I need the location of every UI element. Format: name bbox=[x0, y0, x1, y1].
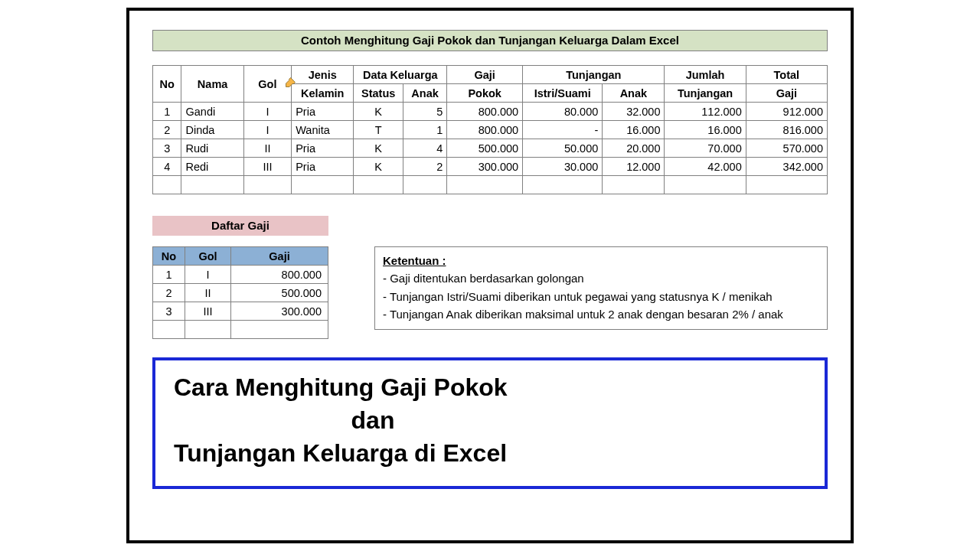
col-total-gaji: Gaji bbox=[746, 84, 827, 103]
table-row-empty bbox=[153, 176, 828, 194]
cell[interactable]: 500.000 bbox=[231, 284, 328, 302]
cell[interactable]: Wanita bbox=[292, 121, 354, 139]
cell[interactable]: 12.000 bbox=[603, 158, 665, 176]
col-total: Total bbox=[746, 66, 827, 84]
lookup-title: Daftar Gaji bbox=[152, 216, 328, 236]
cell[interactable] bbox=[665, 176, 746, 194]
cell[interactable]: 70.000 bbox=[665, 139, 746, 158]
cell[interactable] bbox=[403, 176, 446, 194]
col-gaji: Gaji bbox=[231, 247, 328, 266]
cell[interactable]: - bbox=[523, 121, 603, 139]
cell[interactable]: II bbox=[243, 139, 291, 158]
cell[interactable]: K bbox=[354, 103, 403, 121]
cell[interactable]: I bbox=[243, 103, 291, 121]
col-pokok: Pokok bbox=[447, 84, 523, 103]
cell[interactable]: 800.000 bbox=[447, 121, 523, 139]
cell[interactable]: Rudi bbox=[181, 139, 243, 158]
col-anak: Anak bbox=[403, 84, 446, 103]
cell[interactable]: 342.000 bbox=[746, 158, 827, 176]
col-jumlah: Jumlah bbox=[665, 66, 746, 84]
col-jenis: Jenis bbox=[292, 66, 354, 84]
cell[interactable]: T bbox=[354, 121, 403, 139]
rules-line: - Gaji ditentukan berdasarkan golongan bbox=[383, 269, 819, 287]
cell[interactable] bbox=[181, 176, 243, 194]
cell[interactable] bbox=[292, 176, 354, 194]
cell[interactable] bbox=[523, 176, 603, 194]
cell[interactable]: 20.000 bbox=[603, 139, 665, 158]
cell[interactable]: 16.000 bbox=[665, 121, 746, 139]
cell[interactable]: 500.000 bbox=[447, 139, 523, 158]
cell[interactable] bbox=[447, 176, 523, 194]
cell[interactable]: 112.000 bbox=[665, 103, 746, 121]
rules-line: - Tunjangan Istri/Suami diberikan untuk … bbox=[383, 288, 819, 305]
cell[interactable] bbox=[354, 176, 403, 194]
table-row: 4 Redi III Pria K 2 300.000 30.000 12.00… bbox=[153, 158, 828, 176]
cell[interactable]: 800.000 bbox=[231, 266, 328, 284]
cell[interactable]: 2 bbox=[403, 158, 446, 176]
col-anak-t: Anak bbox=[603, 84, 665, 103]
cell[interactable]: Pria bbox=[292, 139, 354, 158]
col-gol: Gol bbox=[185, 247, 231, 266]
cell[interactable] bbox=[153, 321, 185, 339]
col-gaji: Gaji bbox=[447, 66, 523, 84]
headline-line: Cara Menghitung Gaji Pokok bbox=[174, 371, 806, 404]
cell[interactable]: 570.000 bbox=[746, 139, 827, 158]
cell[interactable]: 2 bbox=[153, 121, 181, 139]
col-data-keluarga: Data Keluarga bbox=[354, 66, 447, 84]
cell[interactable]: 3 bbox=[153, 302, 185, 321]
cell[interactable]: 1 bbox=[403, 121, 446, 139]
table-row: 1 I 800.000 bbox=[153, 266, 328, 284]
cell[interactable]: 1 bbox=[153, 103, 181, 121]
lookup-area: Daftar Gaji No Gol Gaji 1 I 800.000 2 II… bbox=[152, 216, 328, 339]
cell[interactable]: Dinda bbox=[181, 121, 243, 139]
cell[interactable]: 800.000 bbox=[447, 103, 523, 121]
cell[interactable]: I bbox=[185, 266, 231, 284]
table-row: 2 Dinda I Wanita T 1 800.000 - 16.000 16… bbox=[153, 121, 828, 139]
cell[interactable]: III bbox=[185, 302, 231, 321]
rules-heading: Ketentuan : bbox=[383, 252, 819, 269]
lookup-table: No Gol Gaji 1 I 800.000 2 II 500.000 3 I… bbox=[152, 246, 328, 339]
cell[interactable]: II bbox=[185, 284, 231, 302]
cell[interactable]: 300.000 bbox=[447, 158, 523, 176]
cell[interactable]: Gandi bbox=[181, 103, 243, 121]
spreadsheet-frame: Contoh Menghitung Gaji Pokok dan Tunjang… bbox=[126, 8, 854, 543]
cell[interactable]: I bbox=[243, 121, 291, 139]
cell[interactable]: 5 bbox=[403, 103, 446, 121]
cell[interactable]: 912.000 bbox=[746, 103, 827, 121]
cell[interactable] bbox=[746, 176, 827, 194]
cell[interactable] bbox=[185, 321, 231, 339]
cell[interactable]: 30.000 bbox=[523, 158, 603, 176]
cell[interactable]: 1 bbox=[153, 266, 185, 284]
cell[interactable]: 32.000 bbox=[603, 103, 665, 121]
cell[interactable]: 3 bbox=[153, 139, 181, 158]
salary-table: No Nama Gol Jenis Data Keluarga Gaji Tun… bbox=[152, 65, 828, 194]
col-istri: Istri/Suami bbox=[523, 84, 603, 103]
rules-box: Ketentuan : - Gaji ditentukan berdasarka… bbox=[374, 246, 828, 330]
headline-banner: Cara Menghitung Gaji Pokok dan Tunjangan… bbox=[152, 357, 828, 489]
cell[interactable]: 816.000 bbox=[746, 121, 827, 139]
cell[interactable] bbox=[603, 176, 665, 194]
cell[interactable]: Pria bbox=[292, 158, 354, 176]
cell[interactable]: K bbox=[354, 158, 403, 176]
cell[interactable]: K bbox=[354, 139, 403, 158]
cell[interactable]: 4 bbox=[403, 139, 446, 158]
cell[interactable]: 300.000 bbox=[231, 302, 328, 321]
col-no: No bbox=[153, 66, 181, 103]
cell[interactable] bbox=[243, 176, 291, 194]
col-no: No bbox=[153, 247, 185, 266]
cell[interactable]: Redi bbox=[181, 158, 243, 176]
cell[interactable]: 80.000 bbox=[523, 103, 603, 121]
cell[interactable]: III bbox=[243, 158, 291, 176]
cell[interactable]: 50.000 bbox=[523, 139, 603, 158]
cell[interactable]: Pria bbox=[292, 103, 354, 121]
cell[interactable]: 42.000 bbox=[665, 158, 746, 176]
table-row: 3 III 300.000 bbox=[153, 302, 328, 321]
col-kelamin: Kelamin bbox=[292, 84, 354, 103]
cell[interactable] bbox=[231, 321, 328, 339]
col-status: Status bbox=[354, 84, 403, 103]
cell[interactable]: 4 bbox=[153, 158, 181, 176]
cell[interactable]: 16.000 bbox=[603, 121, 665, 139]
cell[interactable]: 2 bbox=[153, 284, 185, 302]
headline-line: Tunjangan Keluarga di Excel bbox=[174, 437, 806, 470]
cell[interactable] bbox=[153, 176, 181, 194]
